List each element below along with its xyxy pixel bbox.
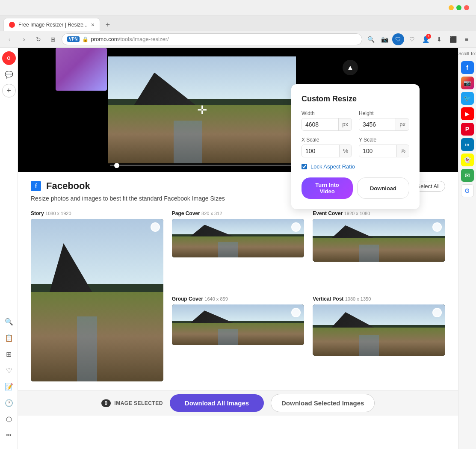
minimize-button[interactable] — [449, 5, 454, 10]
vertical-post-image — [313, 304, 445, 356]
story-name: Story — [31, 210, 44, 216]
width-unit: px — [338, 118, 352, 130]
new-tab-button[interactable]: + — [102, 19, 114, 31]
story-stream — [77, 316, 97, 381]
group-cover-image — [172, 304, 305, 345]
maximize-button[interactable] — [456, 5, 461, 10]
lock-aspect-ratio-row: Lock Aspect Ratio — [302, 163, 409, 170]
event-cover-image — [313, 219, 445, 262]
sidebar-right: Scroll To: f 📷 🐦 ▶ P in 👻 ✉ G — [458, 48, 476, 449]
x-scale-input[interactable] — [302, 145, 339, 157]
page-cover-thumb — [172, 219, 305, 257]
resize-panel: Custom Resize Width px Height — [291, 84, 420, 209]
back-button[interactable]: ‹ — [3, 33, 15, 45]
messenger-icon[interactable]: 💬 — [2, 68, 16, 81]
group-ground — [172, 323, 305, 345]
height-label: Height — [359, 110, 409, 116]
grid-sidebar-icon[interactable]: ⊞ — [2, 347, 16, 361]
stream-layer — [174, 121, 202, 163]
scroll-instagram[interactable]: 📷 — [461, 77, 474, 89]
event-cover-label: Event Cover 1920 x 1080 — [313, 210, 445, 216]
shield-button[interactable]: 🛡 — [392, 33, 404, 45]
heart-sidebar-icon[interactable]: ♡ — [2, 363, 16, 377]
tab-favicon — [9, 22, 15, 28]
turn-into-video-button[interactable]: Turn Into Video — [302, 177, 353, 199]
active-tab[interactable]: Free Image Resizer | Resize... × — [3, 18, 100, 31]
page-content: ▲ ✛ 🗑 C — [18, 48, 458, 449]
story-select-circle[interactable] — [151, 222, 160, 232]
download-selected-button[interactable]: Download Selected Images — [271, 394, 375, 412]
preview-top-button[interactable]: ▲ — [343, 60, 358, 75]
download-button-resize[interactable]: Download — [357, 177, 409, 199]
close-button[interactable] — [464, 5, 469, 10]
event-cover-thumb — [313, 219, 445, 262]
image-grid: Story 1080 x 1920 — [31, 210, 445, 381]
cube-icon[interactable]: ⬡ — [2, 412, 16, 426]
y-scale-label: Y Scale — [359, 137, 409, 143]
scroll-twitter[interactable]: 🐦 — [461, 92, 474, 105]
vpost-stream — [359, 335, 379, 356]
forward-button[interactable]: › — [18, 33, 30, 45]
scroll-snapchat[interactable]: 👻 — [461, 154, 474, 166]
nav-bar: ‹ › ↻ ⊞ VPN 🔒 promo.com/tools/image-resi… — [0, 31, 476, 48]
group-stream — [218, 329, 238, 345]
opera-icon[interactable]: O — [2, 51, 16, 65]
scroll-to-label: Scroll To: — [458, 51, 476, 56]
width-input[interactable] — [302, 118, 338, 130]
history-icon[interactable]: 🕐 — [2, 396, 16, 410]
scroll-email[interactable]: ✉ — [461, 169, 474, 182]
vpost-ground — [313, 328, 445, 356]
height-input[interactable] — [359, 118, 396, 130]
menu-button[interactable]: ≡ — [461, 33, 473, 45]
heart-button[interactable]: ♡ — [406, 33, 418, 45]
vertical-post-thumb — [313, 304, 445, 356]
tab-title: Free Image Resizer | Resize... — [18, 22, 88, 28]
scale-row: X Scale % Y Scale % — [302, 137, 409, 157]
vertical-post-dims: 1080 x 1350 — [345, 296, 371, 301]
scroll-pinterest[interactable]: P — [461, 123, 474, 136]
story-item: Story 1080 x 1920 — [31, 210, 163, 381]
lock-aspect-checkbox[interactable] — [302, 164, 307, 169]
y-scale-field: Y Scale % — [359, 137, 409, 157]
section-title: Facebook — [46, 180, 90, 192]
y-scale-unit: % — [396, 145, 409, 157]
grid-button[interactable]: ⊞ — [47, 33, 59, 45]
page-cover-image — [172, 219, 305, 257]
page-cover-name: Page Cover — [172, 210, 200, 216]
browser-window: Free Image Resizer | Resize... × + ‹ › ↻… — [0, 0, 476, 449]
vertical-post-item: Vertical Post 1080 x 1350 — [313, 296, 445, 381]
slider-thumb[interactable] — [114, 163, 119, 168]
tab-close-button[interactable]: × — [91, 21, 95, 28]
scroll-linkedin[interactable]: in — [461, 138, 474, 151]
vertical-post-select[interactable] — [432, 308, 442, 317]
url-text: promo.com/tools/image-resizer/ — [91, 36, 169, 42]
camera-button[interactable]: 📷 — [378, 33, 390, 45]
width-field: Width px — [302, 110, 352, 131]
move-icon[interactable]: ✛ — [197, 103, 207, 117]
more-icon[interactable]: ••• — [2, 428, 16, 442]
y-scale-input[interactable] — [359, 145, 396, 157]
vertical-post-label: Vertical Post 1080 x 1350 — [313, 296, 445, 302]
scroll-facebook[interactable]: f — [461, 61, 474, 74]
extend-button[interactable]: ⬛ — [447, 33, 459, 45]
download-button[interactable]: ⬇ — [433, 33, 445, 45]
download-all-button[interactable]: Download All Images — [170, 394, 264, 412]
reload-button[interactable]: ↻ — [33, 33, 44, 45]
y-scale-wrap: % — [359, 145, 409, 157]
address-bar[interactable]: VPN 🔒 promo.com/tools/image-resizer/ — [62, 33, 362, 45]
thumbnail-preview — [56, 48, 107, 91]
scroll-youtube[interactable]: ▶ — [461, 107, 474, 120]
wallet-button[interactable]: 1 👤 — [420, 33, 432, 45]
add-sidebar-icon[interactable]: + — [2, 84, 16, 97]
clipboard-icon[interactable]: 📋 — [2, 331, 16, 345]
notes-icon[interactable]: 📝 — [2, 380, 16, 393]
height-field: Height px — [359, 110, 409, 131]
resize-actions: Turn Into Video Download — [302, 177, 409, 199]
search-button[interactable]: 🔍 — [365, 33, 377, 45]
event-cover-select[interactable] — [432, 222, 442, 232]
lock-aspect-label: Lock Aspect Ratio — [310, 163, 355, 170]
title-bar — [0, 0, 476, 15]
height-input-wrap: px — [359, 118, 409, 131]
scroll-google[interactable]: G — [461, 184, 474, 197]
search-sidebar-icon[interactable]: 🔍 — [2, 315, 16, 328]
